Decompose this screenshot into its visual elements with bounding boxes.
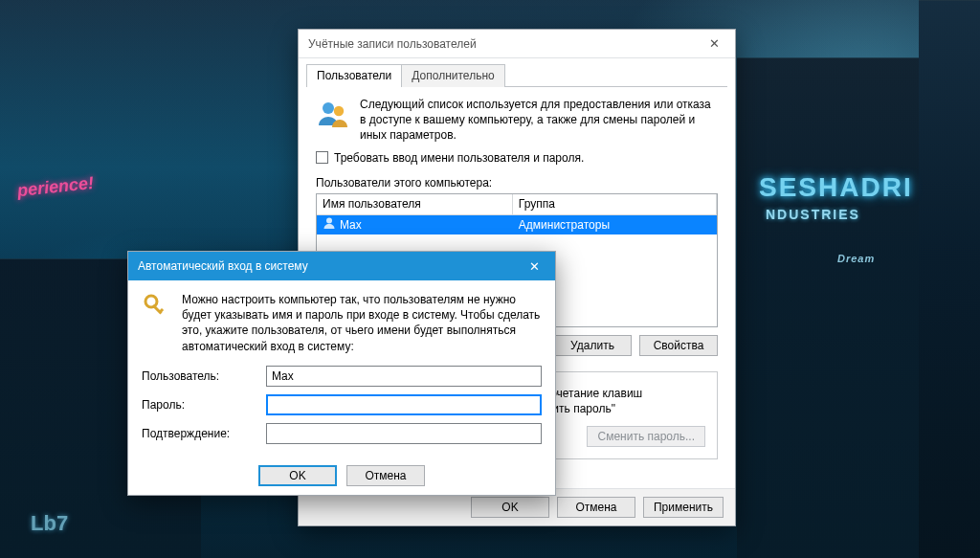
ok-button[interactable]: OK	[471, 497, 549, 518]
tab-strip: Пользователи Дополнительно	[306, 63, 727, 87]
svg-point-0	[323, 102, 334, 114]
auto-logon-dialog: Автоматический вход в систему ✕ Можно на…	[127, 251, 556, 496]
dialog-title: Учётные записи пользователей	[308, 37, 477, 51]
apply-button[interactable]: Применить	[643, 497, 724, 518]
confirm-label: Подтверждение:	[142, 427, 266, 440]
require-login-label: Требовать ввод имени пользователя и паро…	[334, 151, 584, 165]
cell-group: Администраторы	[519, 218, 610, 232]
ok-button[interactable]: OK	[258, 465, 337, 486]
close-icon[interactable]: ✕	[695, 33, 733, 56]
checkbox-icon[interactable]	[316, 151, 328, 164]
column-group[interactable]: Группа	[513, 194, 717, 214]
user-label: Пользователь:	[142, 369, 266, 383]
auto-logon-intro: Можно настроить компьютер так, что польз…	[182, 292, 542, 354]
password-field[interactable]	[266, 394, 542, 415]
intro-text: Следующий список используется для предос…	[360, 97, 718, 144]
tab-users[interactable]: Пользователи	[306, 64, 402, 87]
dialog-title: Автоматический вход в систему	[138, 259, 308, 273]
svg-point-1	[334, 106, 344, 116]
list-row[interactable]: Max Администраторы	[317, 215, 717, 234]
close-icon[interactable]: ✕	[515, 255, 553, 278]
key-icon	[142, 292, 170, 354]
cell-username: Max	[340, 218, 362, 232]
require-login-checkbox[interactable]: Требовать ввод имени пользователя и паро…	[316, 151, 718, 165]
user-icon	[323, 216, 336, 233]
user-props-button[interactable]: Свойства	[639, 335, 718, 356]
titlebar[interactable]: Учётные записи пользователей ✕	[299, 30, 735, 58]
list-header[interactable]: Имя пользователя Группа	[317, 194, 717, 215]
user-list-label: Пользователи этого компьютера:	[316, 176, 718, 190]
column-username[interactable]: Имя пользователя	[317, 194, 513, 214]
svg-point-2	[326, 218, 332, 224]
tab-advanced[interactable]: Дополнительно	[401, 64, 504, 87]
titlebar[interactable]: Автоматический вход в систему ✕	[128, 252, 555, 280]
users-icon	[316, 97, 350, 144]
user-field[interactable]	[266, 366, 542, 387]
password-label: Пароль:	[142, 398, 266, 412]
confirm-field[interactable]	[266, 423, 542, 444]
remove-user-button[interactable]: Удалить	[553, 335, 632, 356]
cancel-button[interactable]: Отмена	[346, 465, 425, 486]
cancel-button[interactable]: Отмена	[557, 497, 635, 518]
change-password-button[interactable]: Сменить пароль...	[587, 426, 705, 447]
